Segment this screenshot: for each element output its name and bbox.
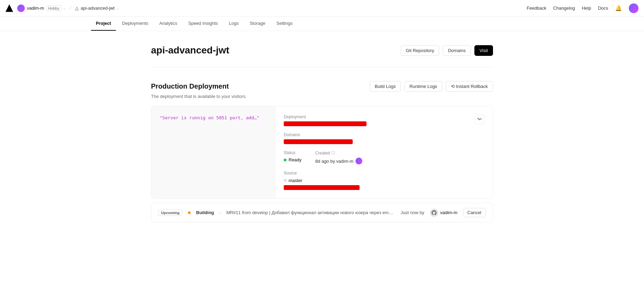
section-title: Production Deployment xyxy=(151,82,229,90)
topnav-right: Feedback Changelog Help Docs 🔔 xyxy=(527,3,638,13)
feedback-link[interactable]: Feedback xyxy=(527,6,546,11)
rollback-icon: ⟲ xyxy=(451,84,455,89)
top-navigation: vadim-m Hobby ⌵ / △ api-advanced-jwt ⌵ F… xyxy=(0,0,644,17)
user-badge[interactable]: vadim-m Hobby ⌵ xyxy=(17,4,66,12)
chevron-down-icon: ⌵ xyxy=(63,6,66,10)
github-icon xyxy=(430,209,438,217)
upcoming-badge: Upcoming xyxy=(158,210,182,216)
created-user-avatar xyxy=(355,158,362,164)
source-commit-redacted xyxy=(284,185,360,190)
activity-icon-button[interactable] xyxy=(475,114,484,124)
changelog-link[interactable]: Changelog xyxy=(553,6,575,11)
deployment-value-redacted xyxy=(284,121,366,126)
info-icon: ⓘ xyxy=(331,150,335,155)
card-preview: "Server is runnig on 5051 port, add…" xyxy=(151,106,275,198)
activity-icon xyxy=(477,117,482,122)
source-label: Source xyxy=(284,171,484,175)
deployment-card: "Server is runnig on 5051 port, add…" De… xyxy=(151,106,493,199)
git-repository-button[interactable]: Git Repository xyxy=(401,45,439,56)
ready-dot xyxy=(284,159,286,161)
project-title: api-advanced-jwt xyxy=(151,45,229,56)
domains-value-redacted xyxy=(284,139,353,144)
tab-settings[interactable]: Settings xyxy=(272,17,298,31)
chevron-project-icon: ⌵ xyxy=(117,6,119,10)
topnav-left: vadim-m Hobby ⌵ / △ api-advanced-jwt ⌵ xyxy=(6,4,119,12)
cancel-button[interactable]: Cancel xyxy=(463,208,486,217)
status-block: Status Ready xyxy=(284,150,302,164)
building-label: Building xyxy=(196,210,214,215)
section-header: Production Deployment Build Logs Runtime… xyxy=(151,81,493,92)
separator-dot: · xyxy=(220,210,221,215)
created-block: Created ⓘ 8d ago by vadim-m xyxy=(315,150,363,164)
domains-button[interactable]: Domains xyxy=(443,45,471,56)
build-logs-button[interactable]: Build Logs xyxy=(370,81,401,92)
project-name-label: api-advanced-jwt xyxy=(81,6,114,11)
upcoming-bar: Upcoming Building · MR#11 from develop |… xyxy=(151,203,493,222)
github-svg xyxy=(432,210,436,215)
help-link[interactable]: Help xyxy=(582,6,591,11)
created-info: 8d ago by vadim-m xyxy=(315,158,363,164)
main-content: api-advanced-jwt Git Repository Domains … xyxy=(143,31,501,236)
domains-info-block: Domains xyxy=(284,132,484,144)
domains-label: Domains xyxy=(284,132,484,137)
runtime-logs-button[interactable]: Runtime Logs xyxy=(404,81,442,92)
build-username: vadim-m xyxy=(440,210,457,215)
project-header: api-advanced-jwt Git Repository Domains … xyxy=(151,45,493,67)
tab-storage[interactable]: Storage xyxy=(245,17,270,31)
status-ready: Ready xyxy=(284,157,302,162)
user-avatar-right[interactable] xyxy=(629,3,638,13)
source-block: Source ⑂ master xyxy=(284,171,484,190)
docs-link[interactable]: Docs xyxy=(598,6,608,11)
tab-speed-insights[interactable]: Speed Insights xyxy=(183,17,223,31)
build-message: MR#11 from develop | Добавил функционал … xyxy=(226,210,395,215)
visit-button[interactable]: Visit xyxy=(474,45,493,56)
instant-rollback-button[interactable]: ⟲ Instant Rollback xyxy=(446,81,493,92)
card-info-wrapper: Deployment Domains Status xyxy=(275,106,493,198)
section-description: The deployment that is available to your… xyxy=(151,94,493,99)
status-label: Status xyxy=(284,150,302,155)
user-avatar xyxy=(17,4,25,12)
tab-deployments[interactable]: Deployments xyxy=(117,17,153,31)
draft-icon: △ xyxy=(75,6,79,11)
sub-navigation: Project Deployments Analytics Speed Insi… xyxy=(0,17,644,31)
status-value: Ready xyxy=(289,157,302,162)
card-info: Deployment Domains Status xyxy=(275,106,493,198)
created-label: Created ⓘ xyxy=(315,150,363,155)
branch-icon: ⑂ xyxy=(284,178,286,183)
bell-icon[interactable]: 🔔 xyxy=(615,5,622,11)
section-buttons: Build Logs Runtime Logs ⟲ Instant Rollba… xyxy=(370,81,493,92)
header-buttons: Git Repository Domains Visit xyxy=(401,45,493,56)
status-created-row: Status Ready Created ⓘ xyxy=(284,150,484,164)
created-time: 8d ago by vadim-m xyxy=(315,159,354,164)
building-dot xyxy=(188,211,191,214)
hobby-badge: Hobby xyxy=(46,6,61,11)
vercel-logo[interactable] xyxy=(6,4,13,12)
tab-analytics[interactable]: Analytics xyxy=(154,17,182,31)
project-name-nav[interactable]: △ api-advanced-jwt ⌵ xyxy=(75,6,119,11)
production-deployment-section: Production Deployment Build Logs Runtime… xyxy=(151,81,493,222)
deployment-label: Deployment xyxy=(284,114,484,119)
tab-logs[interactable]: Logs xyxy=(224,17,243,31)
branch-row: ⑂ master xyxy=(284,178,484,183)
deployment-info-block: Deployment xyxy=(284,114,484,126)
username-label: vadim-m xyxy=(27,6,44,11)
section-title-block: Production Deployment xyxy=(151,82,229,90)
branch-name: master xyxy=(289,178,302,183)
tab-project[interactable]: Project xyxy=(91,17,116,31)
preview-text: "Server is runnig on 5051 port, add…" xyxy=(160,114,260,121)
separator: / xyxy=(70,5,71,11)
build-user: vadim-m xyxy=(430,209,457,217)
just-now-text: Just now by xyxy=(401,210,424,215)
